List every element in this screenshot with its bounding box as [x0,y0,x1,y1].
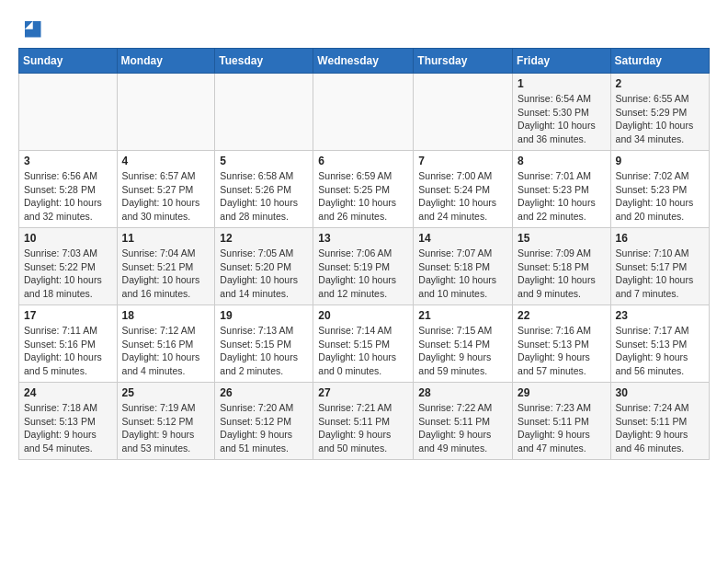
cell-info: Sunrise: 7:15 AM Sunset: 5:14 PM Dayligh… [418,324,507,378]
calendar-cell: 11Sunrise: 7:04 AM Sunset: 5:21 PM Dayli… [117,228,215,305]
calendar-cell: 1Sunrise: 6:54 AM Sunset: 5:30 PM Daylig… [513,74,611,151]
day-number: 30 [616,386,704,399]
calendar-cell: 13Sunrise: 7:06 AM Sunset: 5:19 PM Dayli… [313,228,414,305]
cell-content: 8Sunrise: 7:01 AM Sunset: 5:23 PM Daylig… [518,155,606,224]
day-number: 17 [24,309,112,322]
cell-info: Sunrise: 7:05 AM Sunset: 5:20 PM Dayligh… [220,247,308,301]
cell-info: Sunrise: 7:20 AM Sunset: 5:12 PM Dayligh… [220,401,308,455]
cell-content: 18Sunrise: 7:12 AM Sunset: 5:16 PM Dayli… [122,309,210,378]
day-number: 3 [24,155,112,167]
cell-info: Sunrise: 7:17 AM Sunset: 5:13 PM Dayligh… [616,324,704,378]
calendar-cell: 16Sunrise: 7:10 AM Sunset: 5:17 PM Dayli… [610,228,709,305]
day-number: 14 [418,232,507,245]
cell-info: Sunrise: 7:21 AM Sunset: 5:11 PM Dayligh… [318,401,408,455]
day-number: 5 [220,155,308,167]
cell-info: Sunrise: 7:09 AM Sunset: 5:18 PM Dayligh… [518,247,606,301]
calendar-cell: 18Sunrise: 7:12 AM Sunset: 5:16 PM Dayli… [117,305,215,383]
cell-info: Sunrise: 7:02 AM Sunset: 5:23 PM Dayligh… [616,169,704,224]
day-number: 21 [418,309,507,322]
cell-content: 26Sunrise: 7:20 AM Sunset: 5:12 PM Dayli… [220,386,308,455]
cell-content: 15Sunrise: 7:09 AM Sunset: 5:18 PM Dayli… [518,232,606,301]
day-number: 15 [518,232,606,245]
cell-info: Sunrise: 7:18 AM Sunset: 5:13 PM Dayligh… [24,401,112,455]
svg-marker-2 [25,21,33,29]
calendar-week-row: 10Sunrise: 7:03 AM Sunset: 5:22 PM Dayli… [19,228,710,305]
calendar-header: SundayMondayTuesdayWednesdayThursdayFrid… [19,49,710,74]
calendar-cell: 24Sunrise: 7:18 AM Sunset: 5:13 PM Dayli… [19,383,118,460]
cell-info: Sunrise: 6:56 AM Sunset: 5:28 PM Dayligh… [24,169,112,224]
cell-info: Sunrise: 6:57 AM Sunset: 5:27 PM Dayligh… [122,169,210,224]
day-number: 26 [220,386,308,399]
cell-info: Sunrise: 6:55 AM Sunset: 5:29 PM Dayligh… [616,92,704,146]
calendar-cell [313,74,414,151]
cell-content: 22Sunrise: 7:16 AM Sunset: 5:13 PM Dayli… [518,309,606,378]
day-number: 24 [24,386,112,399]
weekday-header: Thursday [414,49,513,74]
cell-content: 13Sunrise: 7:06 AM Sunset: 5:19 PM Dayli… [318,232,408,301]
weekday-header: Wednesday [313,49,414,74]
calendar-cell: 27Sunrise: 7:21 AM Sunset: 5:11 PM Dayli… [313,383,414,460]
cell-info: Sunrise: 7:06 AM Sunset: 5:19 PM Dayligh… [318,247,408,301]
day-number: 28 [418,386,507,399]
calendar-cell [117,74,215,151]
calendar-cell: 19Sunrise: 7:13 AM Sunset: 5:15 PM Dayli… [215,305,313,383]
cell-info: Sunrise: 7:03 AM Sunset: 5:22 PM Dayligh… [24,247,112,301]
day-number: 25 [122,386,210,399]
calendar-cell [215,74,313,151]
day-number: 27 [318,386,408,399]
calendar-cell: 5Sunrise: 6:58 AM Sunset: 5:26 PM Daylig… [215,151,313,228]
day-number: 20 [318,309,408,322]
weekday-header: Sunday [19,49,118,74]
cell-content: 29Sunrise: 7:23 AM Sunset: 5:11 PM Dayli… [518,386,606,455]
cell-content: 23Sunrise: 7:17 AM Sunset: 5:13 PM Dayli… [616,309,704,378]
day-number: 11 [122,232,210,245]
cell-content: 12Sunrise: 7:05 AM Sunset: 5:20 PM Dayli… [220,232,308,301]
weekday-header: Friday [513,49,611,74]
day-number: 2 [616,77,704,90]
cell-content: 24Sunrise: 7:18 AM Sunset: 5:13 PM Dayli… [24,386,112,455]
weekday-header: Saturday [610,49,709,74]
cell-content: 5Sunrise: 6:58 AM Sunset: 5:26 PM Daylig… [220,155,308,224]
calendar-cell: 4Sunrise: 6:57 AM Sunset: 5:27 PM Daylig… [117,151,215,228]
cell-content: 28Sunrise: 7:22 AM Sunset: 5:11 PM Dayli… [418,386,507,455]
cell-info: Sunrise: 7:00 AM Sunset: 5:24 PM Dayligh… [418,169,507,224]
calendar-table: SundayMondayTuesdayWednesdayThursdayFrid… [18,48,710,460]
calendar-cell: 12Sunrise: 7:05 AM Sunset: 5:20 PM Dayli… [215,228,313,305]
cell-content: 21Sunrise: 7:15 AM Sunset: 5:14 PM Dayli… [418,309,507,378]
cell-info: Sunrise: 7:14 AM Sunset: 5:15 PM Dayligh… [318,324,408,378]
cell-content: 27Sunrise: 7:21 AM Sunset: 5:11 PM Dayli… [318,386,408,455]
cell-content: 11Sunrise: 7:04 AM Sunset: 5:21 PM Dayli… [122,232,210,301]
calendar-cell: 25Sunrise: 7:19 AM Sunset: 5:12 PM Dayli… [117,383,215,460]
cell-info: Sunrise: 6:58 AM Sunset: 5:26 PM Dayligh… [220,169,308,224]
calendar-cell: 21Sunrise: 7:15 AM Sunset: 5:14 PM Dayli… [414,305,513,383]
calendar-cell: 26Sunrise: 7:20 AM Sunset: 5:12 PM Dayli… [215,383,313,460]
calendar-cell [19,74,118,151]
day-number: 16 [616,232,704,245]
calendar-week-row: 24Sunrise: 7:18 AM Sunset: 5:13 PM Dayli… [19,383,710,460]
calendar-cell: 20Sunrise: 7:14 AM Sunset: 5:15 PM Dayli… [313,305,414,383]
cell-info: Sunrise: 7:10 AM Sunset: 5:17 PM Dayligh… [616,247,704,301]
header [18,15,710,40]
day-number: 1 [518,77,606,90]
calendar-week-row: 1Sunrise: 6:54 AM Sunset: 5:30 PM Daylig… [19,74,710,151]
cell-content: 16Sunrise: 7:10 AM Sunset: 5:17 PM Dayli… [616,232,704,301]
cell-content: 14Sunrise: 7:07 AM Sunset: 5:18 PM Dayli… [418,232,507,301]
calendar-cell: 30Sunrise: 7:24 AM Sunset: 5:11 PM Dayli… [610,383,709,460]
day-number: 22 [518,309,606,322]
cell-content: 7Sunrise: 7:00 AM Sunset: 5:24 PM Daylig… [418,155,507,224]
cell-info: Sunrise: 7:07 AM Sunset: 5:18 PM Dayligh… [418,247,507,301]
cell-content: 19Sunrise: 7:13 AM Sunset: 5:15 PM Dayli… [220,309,308,378]
calendar-cell: 14Sunrise: 7:07 AM Sunset: 5:18 PM Dayli… [414,228,513,305]
cell-content: 3Sunrise: 6:56 AM Sunset: 5:28 PM Daylig… [24,155,112,224]
cell-info: Sunrise: 7:22 AM Sunset: 5:11 PM Dayligh… [418,401,507,455]
day-number: 29 [518,386,606,399]
day-number: 12 [220,232,308,245]
calendar-cell: 22Sunrise: 7:16 AM Sunset: 5:13 PM Dayli… [513,305,611,383]
calendar-cell: 8Sunrise: 7:01 AM Sunset: 5:23 PM Daylig… [513,151,611,228]
cell-content: 9Sunrise: 7:02 AM Sunset: 5:23 PM Daylig… [616,155,704,224]
logo [18,15,48,40]
cell-content: 2Sunrise: 6:55 AM Sunset: 5:29 PM Daylig… [616,77,704,146]
day-number: 6 [318,155,408,167]
day-number: 4 [122,155,210,167]
cell-content: 25Sunrise: 7:19 AM Sunset: 5:12 PM Dayli… [122,386,210,455]
